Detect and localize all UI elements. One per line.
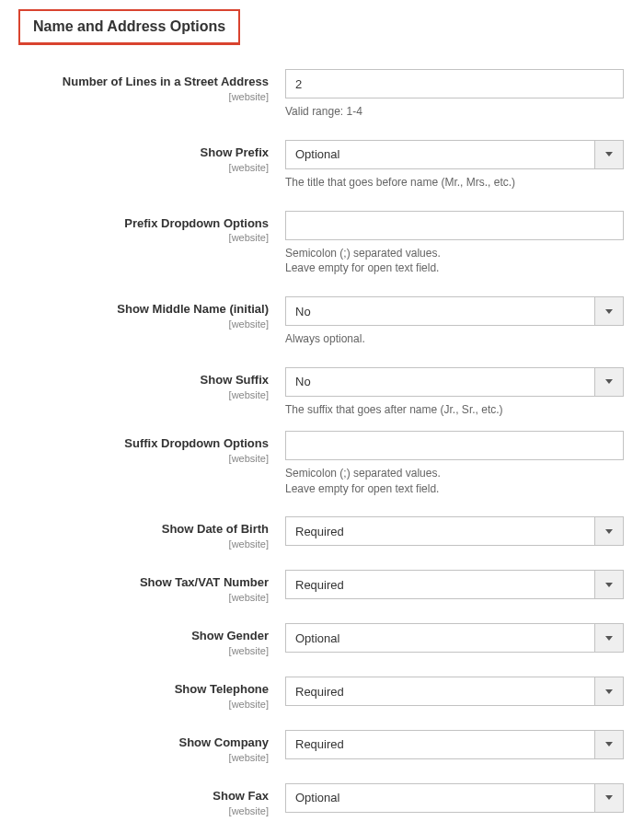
chevron-down-icon <box>594 623 624 653</box>
chevron-down-icon <box>594 367 624 397</box>
field-suffix-options: Suffix Dropdown Options [website] Semico… <box>0 431 644 497</box>
select-value: No <box>285 296 594 326</box>
field-scope: [website] <box>0 162 269 173</box>
field-label: Show Middle Name (initial) <box>0 302 269 318</box>
input-col: Semicolon (;) separated values. Leave em… <box>285 211 624 277</box>
chevron-down-icon <box>594 516 624 546</box>
help-text: The suffix that goes after name (Jr., Sr… <box>285 402 624 418</box>
label-col: Show Company [website] <box>0 730 285 763</box>
show-prefix-select[interactable]: Optional <box>285 140 624 169</box>
label-col: Number of Lines in a Street Address [web… <box>0 69 285 102</box>
help-text: Semicolon (;) separated values. Leave em… <box>285 466 624 497</box>
field-label: Show Gender <box>0 629 269 644</box>
input-col: Required <box>285 730 624 759</box>
input-col: Optional <box>285 623 624 653</box>
select-value: Required <box>285 570 594 599</box>
field-show-dob: Show Date of Birth [website] Required <box>0 516 644 550</box>
field-show-fax: Show Fax [website] Optional <box>0 783 644 816</box>
label-col: Show Tax/VAT Number [website] <box>0 570 285 603</box>
chevron-down-icon <box>594 140 624 169</box>
label-col: Prefix Dropdown Options [website] <box>0 211 285 244</box>
field-scope: [website] <box>0 91 269 102</box>
field-label: Show Tax/VAT Number <box>0 575 269 591</box>
field-label: Show Date of Birth <box>0 522 269 538</box>
label-col: Show Date of Birth [website] <box>0 516 285 550</box>
field-label: Show Company <box>0 735 269 751</box>
select-value: No <box>285 367 594 397</box>
field-label: Prefix Dropdown Options <box>0 216 269 232</box>
label-col: Show Suffix [website] <box>0 367 285 400</box>
field-show-gender: Show Gender [website] Optional <box>0 623 644 656</box>
help-line: Semicolon (;) separated values. <box>285 467 441 480</box>
help-line: Leave empty for open text field. <box>285 482 439 495</box>
field-show-taxvat: Show Tax/VAT Number [website] Required <box>0 570 644 603</box>
help-text: Semicolon (;) separated values. Leave em… <box>285 246 624 277</box>
show-gender-select[interactable]: Optional <box>285 623 624 653</box>
field-show-middle: Show Middle Name (initial) [website] No … <box>0 296 644 347</box>
field-show-prefix: Show Prefix [website] Optional The title… <box>0 140 644 191</box>
street-lines-input[interactable] <box>285 69 624 98</box>
label-col: Show Telephone [website] <box>0 677 285 710</box>
input-col: No Always optional. <box>285 296 624 347</box>
select-value: Optional <box>285 140 594 169</box>
chevron-down-icon <box>594 570 624 599</box>
field-show-company: Show Company [website] Required <box>0 730 644 763</box>
field-street-lines: Number of Lines in a Street Address [web… <box>0 69 644 120</box>
field-scope: [website] <box>0 389 269 400</box>
show-telephone-select[interactable]: Required <box>285 677 624 706</box>
chevron-down-icon <box>594 677 624 706</box>
field-scope: [website] <box>0 538 269 550</box>
field-show-telephone: Show Telephone [website] Required <box>0 677 644 710</box>
help-text: Valid range: 1-4 <box>285 104 624 120</box>
chevron-down-icon <box>594 783 624 813</box>
field-scope: [website] <box>0 752 269 763</box>
input-col: Required <box>285 516 624 546</box>
field-show-suffix: Show Suffix [website] No The suffix that… <box>0 367 644 418</box>
show-suffix-select[interactable]: No <box>285 367 624 397</box>
label-col: Suffix Dropdown Options [website] <box>0 431 285 464</box>
field-label: Number of Lines in a Street Address <box>0 75 269 90</box>
input-col: Required <box>285 677 624 706</box>
field-scope: [website] <box>0 592 269 603</box>
chevron-down-icon <box>594 296 624 326</box>
select-value: Required <box>285 516 594 546</box>
field-scope: [website] <box>0 318 269 330</box>
field-scope: [website] <box>0 453 269 464</box>
input-col: Required <box>285 570 624 599</box>
input-col: Valid range: 1-4 <box>285 69 624 120</box>
show-middle-select[interactable]: No <box>285 296 624 326</box>
show-company-select[interactable]: Required <box>285 730 624 759</box>
field-scope: [website] <box>0 805 269 816</box>
help-line: Semicolon (;) separated values. <box>285 247 441 260</box>
field-scope: [website] <box>0 232 269 243</box>
field-label: Show Telephone <box>0 682 269 698</box>
select-value: Optional <box>285 623 594 653</box>
help-line: Leave empty for open text field. <box>285 261 439 274</box>
config-form: Name and Address Options Number of Lines… <box>0 0 644 816</box>
prefix-options-input[interactable] <box>285 211 624 240</box>
help-text: The title that goes before name (Mr., Mr… <box>285 175 624 191</box>
label-col: Show Middle Name (initial) [website] <box>0 296 285 330</box>
select-value: Required <box>285 730 594 759</box>
label-col: Show Fax [website] <box>0 783 285 816</box>
suffix-options-input[interactable] <box>285 431 624 460</box>
input-col: No The suffix that goes after name (Jr.,… <box>285 367 624 418</box>
field-label: Show Prefix <box>0 145 269 161</box>
show-dob-select[interactable]: Required <box>285 516 624 546</box>
input-col: Semicolon (;) separated values. Leave em… <box>285 431 624 497</box>
field-scope: [website] <box>0 645 269 656</box>
input-col: Optional The title that goes before name… <box>285 140 624 191</box>
show-taxvat-select[interactable]: Required <box>285 570 624 599</box>
section-title: Name and Address Options <box>33 18 225 34</box>
help-text: Always optional. <box>285 331 624 347</box>
field-label: Suffix Dropdown Options <box>0 436 269 452</box>
field-prefix-options: Prefix Dropdown Options [website] Semico… <box>0 211 644 277</box>
label-col: Show Gender [website] <box>0 623 285 656</box>
label-col: Show Prefix [website] <box>0 140 285 173</box>
chevron-down-icon <box>594 730 624 759</box>
show-fax-select[interactable]: Optional <box>285 783 624 813</box>
field-label: Show Suffix <box>0 373 269 388</box>
field-label: Show Fax <box>0 789 269 804</box>
field-scope: [website] <box>0 699 269 710</box>
select-value: Optional <box>285 783 594 813</box>
